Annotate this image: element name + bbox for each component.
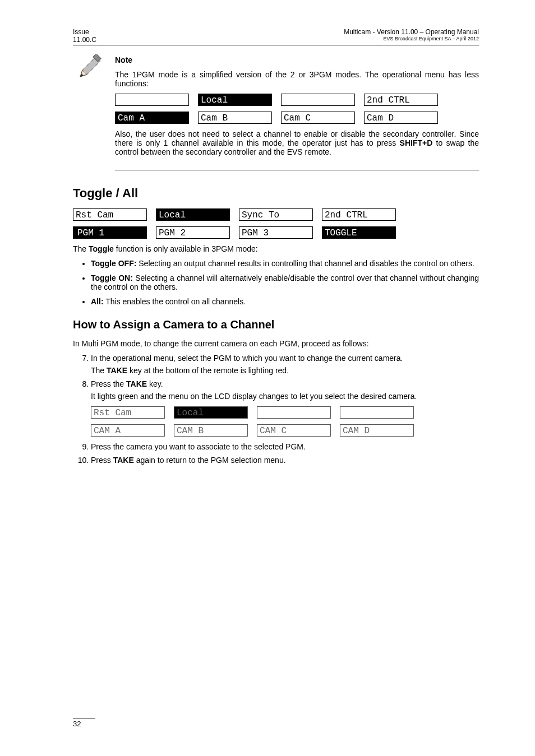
lcd-cell: Cam C bbox=[281, 112, 355, 124]
take-key: TAKE bbox=[113, 456, 134, 465]
list-item: All: This enables the control on all cha… bbox=[91, 297, 479, 306]
header-right: Multicam - Version 11.00 – Operating Man… bbox=[344, 28, 479, 44]
lcd-cell: 2nd CTRL bbox=[322, 208, 396, 221]
text: Press bbox=[91, 456, 113, 465]
toggle-lcd-row-1: Rst Cam Local Sync To 2nd CTRL bbox=[73, 208, 479, 221]
shift-d-key: SHIFT+D bbox=[400, 138, 433, 147]
list-item: Press the camera you want to associate t… bbox=[91, 442, 479, 451]
header-left: Issue 11.00.C bbox=[73, 28, 96, 44]
assign-lcd-row-2: CAM A CAM B CAM C CAM D bbox=[91, 424, 479, 437]
lcd-cell: Cam B bbox=[198, 112, 272, 124]
lcd-cell: TOGGLE bbox=[322, 226, 396, 239]
lcd-cell bbox=[281, 94, 355, 106]
lcd-cell: Local bbox=[156, 208, 230, 221]
lcd-cell bbox=[257, 406, 331, 419]
toggle-word: Toggle bbox=[89, 244, 114, 253]
lcd-cell bbox=[115, 94, 189, 106]
toggle-bullets: Toggle OFF: Selecting an output channel … bbox=[73, 259, 479, 306]
toggle-lcd-row-2: PGM 1 PGM 2 PGM 3 TOGGLE bbox=[73, 226, 479, 239]
lcd-cell: PGM 2 bbox=[156, 226, 230, 239]
assign-steps: In the operational menu, select the PGM … bbox=[73, 354, 479, 401]
lcd-cell: Rst Cam bbox=[73, 208, 147, 221]
lcd-cell: Sync To bbox=[239, 208, 313, 221]
text: key at the bottom of the remote is light… bbox=[127, 366, 289, 375]
assign-lcd-row-1: Rst Cam Local bbox=[91, 406, 479, 419]
page-number: 32 bbox=[73, 718, 95, 728]
note-heading: Note bbox=[115, 55, 479, 64]
toggle-on-label: Toggle ON: bbox=[91, 273, 133, 282]
text: This enables the control on all channels… bbox=[104, 297, 246, 306]
page: Issue 11.00.C Multicam - Version 11.00 –… bbox=[0, 0, 535, 756]
lcd-cell: CAM C bbox=[257, 424, 331, 437]
lcd-cell: CAM A bbox=[91, 424, 165, 437]
lcd-cell: PGM 1 bbox=[73, 226, 147, 239]
lcd-cell: Cam D bbox=[364, 112, 438, 124]
note-lcd-row-2: Cam A Cam B Cam C Cam D bbox=[115, 112, 479, 124]
list-item: Toggle OFF: Selecting an output channel … bbox=[91, 259, 479, 268]
note-p1: The 1PGM mode is a simplified version of… bbox=[115, 70, 479, 88]
note-block: Note The 1PGM mode is a simplified versi… bbox=[115, 55, 479, 170]
lcd-cell bbox=[340, 406, 414, 419]
text: key. bbox=[147, 379, 163, 388]
take-key: TAKE bbox=[107, 366, 127, 375]
step-9-text: Press the camera you want to associate t… bbox=[91, 442, 306, 451]
list-item: In the operational menu, select the PGM … bbox=[91, 354, 479, 375]
note-p2: Also, the user does not need to select a… bbox=[115, 129, 479, 156]
toggle-intro: The Toggle function is only available in… bbox=[73, 244, 479, 253]
step-7-sub: The TAKE key at the bottom of the remote… bbox=[91, 366, 479, 375]
lcd-cell: Local bbox=[198, 94, 272, 106]
step-7-text: In the operational menu, select the PGM … bbox=[91, 354, 403, 363]
assign-lcd: Rst Cam Local CAM A CAM B CAM C CAM D bbox=[91, 406, 479, 437]
list-item: Toggle ON: Selecting a channel will alte… bbox=[91, 273, 479, 291]
text: The bbox=[91, 366, 107, 375]
list-item: Press the TAKE key. It lights green and … bbox=[91, 379, 479, 401]
list-item: Press TAKE again to return to the PGM se… bbox=[91, 456, 479, 465]
all-label: All: bbox=[91, 297, 104, 306]
note-lcd-row-1: Local 2nd CTRL bbox=[115, 94, 479, 106]
lcd-cell: CAM B bbox=[174, 424, 248, 437]
lcd-cell: Rst Cam bbox=[91, 406, 165, 419]
lcd-cell: CAM D bbox=[340, 424, 414, 437]
lcd-cell: PGM 3 bbox=[239, 226, 313, 239]
toggle-heading: Toggle / All bbox=[73, 186, 479, 201]
issue-label: Issue bbox=[73, 28, 96, 36]
lcd-cell: Cam A bbox=[115, 112, 189, 124]
doc-subtitle: EVS Broadcast Equipment SA – April 2012 bbox=[344, 36, 479, 41]
text: Press the bbox=[91, 379, 126, 388]
text: Selecting a channel will alternatively e… bbox=[91, 273, 479, 291]
assign-steps-2: Press the camera you want to associate t… bbox=[73, 442, 479, 465]
text: The bbox=[73, 244, 89, 253]
lcd-cell: 2nd CTRL bbox=[364, 94, 438, 106]
assign-intro: In Multi PGM mode, to change the current… bbox=[73, 339, 479, 348]
toggle-off-label: Toggle OFF: bbox=[91, 259, 136, 268]
assign-heading: How to Assign a Camera to a Channel bbox=[73, 318, 479, 331]
text: Selecting an output channel results in c… bbox=[136, 259, 474, 268]
lcd-cell: Local bbox=[174, 406, 248, 419]
text: function is only available in 3PGM mode: bbox=[114, 244, 258, 253]
pencil-icon bbox=[76, 54, 103, 81]
step-8-sub: It lights green and the menu on the LCD … bbox=[91, 392, 479, 401]
take-key: TAKE bbox=[126, 379, 147, 388]
page-header: Issue 11.00.C Multicam - Version 11.00 –… bbox=[73, 28, 479, 45]
doc-title: Multicam - Version 11.00 – Operating Man… bbox=[344, 28, 479, 36]
text: again to return to the PGM selection men… bbox=[134, 456, 286, 465]
issue-number: 11.00.C bbox=[73, 36, 96, 44]
